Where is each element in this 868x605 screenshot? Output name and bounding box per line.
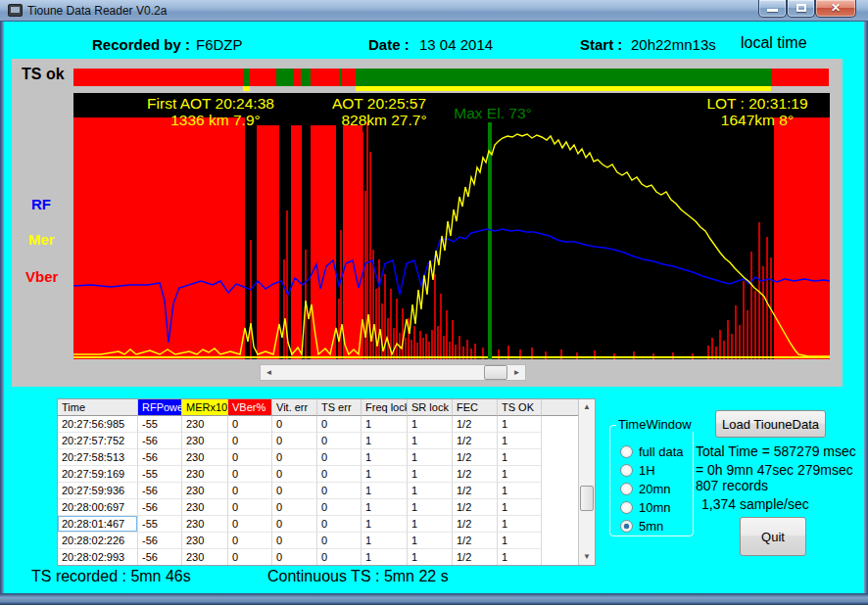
table-cell[interactable]: 0 — [317, 433, 362, 449]
minimize-button[interactable] — [758, 0, 787, 18]
column-header[interactable]: TS err — [317, 399, 362, 416]
table-cell[interactable]: 1 — [408, 466, 453, 483]
table-cell[interactable]: -56 — [138, 549, 182, 565]
vscroll-thumb[interactable] — [580, 486, 594, 511]
table-cell[interactable]: 1/2 — [453, 433, 498, 449]
signal-chart[interactable]: First AOT 20:24:381336 km 7.9°AOT 20:25:… — [73, 93, 830, 359]
table-cell[interactable]: -56 — [138, 533, 182, 549]
table-cell[interactable]: 0 — [317, 533, 362, 549]
table-cell[interactable]: 1/2 — [453, 516, 498, 533]
radio-icon[interactable] — [620, 445, 633, 458]
table-cell[interactable]: -55 — [138, 466, 182, 483]
column-header[interactable]: Freq lock — [362, 399, 408, 416]
table-cell[interactable]: 230 — [182, 416, 228, 433]
table-cell[interactable]: 20:27:57:752 — [58, 433, 138, 449]
table-cell[interactable]: 1 — [362, 449, 408, 466]
table-cell[interactable]: 0 — [228, 483, 272, 499]
table-cell[interactable]: 20:27:56:985 — [58, 416, 138, 433]
table-cell[interactable]: 1/2 — [453, 533, 498, 549]
column-header[interactable]: Vit. err — [272, 399, 317, 416]
table-cell[interactable]: 0 — [272, 483, 317, 499]
table-cell[interactable]: 1/2 — [453, 449, 498, 466]
scroll-left-icon[interactable]: ◄ — [261, 365, 277, 380]
table-cell[interactable]: 0 — [228, 416, 272, 433]
column-header[interactable]: MERx10 — [182, 399, 228, 416]
table-cell[interactable]: 0 — [228, 533, 272, 549]
table-cell[interactable]: 230 — [182, 533, 228, 549]
table-cell[interactable]: 0 — [272, 499, 317, 516]
radio-selected-icon[interactable] — [620, 520, 633, 533]
table-cell[interactable]: 0 — [317, 416, 362, 433]
table-cell[interactable]: 1 — [498, 466, 542, 483]
column-header[interactable]: VBer% — [228, 399, 272, 416]
table-cell[interactable]: 1 — [362, 533, 408, 549]
table-cell[interactable]: 1 — [498, 433, 542, 449]
table-cell[interactable]: 1 — [498, 449, 542, 466]
table-cell[interactable]: -56 — [138, 483, 182, 499]
hscroll-thumb[interactable] — [484, 365, 507, 380]
scroll-down-icon[interactable]: ▼ — [579, 549, 595, 565]
table-cell[interactable]: 1 — [362, 549, 408, 565]
table-cell[interactable]: 230 — [182, 483, 228, 499]
table-cell[interactable]: 1 — [408, 549, 453, 565]
table-cell[interactable]: -55 — [138, 416, 182, 433]
table-cell[interactable]: 0 — [272, 516, 317, 533]
time-window-option-1H[interactable]: 1H — [620, 462, 655, 478]
table-cell[interactable]: 1 — [498, 549, 542, 565]
radio-icon[interactable] — [620, 464, 633, 477]
table-cell[interactable]: 1 — [362, 499, 408, 516]
radio-icon[interactable] — [620, 483, 633, 495]
table-cell[interactable]: 1 — [408, 533, 453, 549]
table-cell[interactable]: 0 — [272, 433, 317, 449]
table-cell[interactable]: 0 — [272, 449, 317, 466]
table-cell[interactable]: 0 — [272, 549, 317, 565]
column-header[interactable]: SR lock — [408, 399, 453, 416]
table-cell[interactable]: 1 — [498, 416, 542, 433]
column-header[interactable]: Time — [58, 399, 138, 416]
table-cell[interactable]: 1 — [408, 483, 453, 499]
table-cell[interactable]: 230 — [182, 549, 228, 565]
table-cell[interactable]: 1/2 — [453, 483, 498, 499]
table-cell[interactable]: 0 — [228, 433, 272, 449]
table-cell[interactable]: 20:27:58:513 — [58, 449, 138, 466]
table-cell[interactable]: 20:28:02:226 — [58, 533, 138, 549]
table-cell[interactable]: 20:28:02:993 — [58, 549, 138, 565]
scroll-up-icon[interactable]: ▲ — [579, 399, 595, 415]
table-cell[interactable]: 0 — [228, 516, 272, 533]
table-cell[interactable]: 0 — [228, 466, 272, 483]
table-cell[interactable]: -56 — [138, 499, 182, 516]
table-cell[interactable]: 1 — [408, 433, 453, 449]
table-cell[interactable]: 0 — [317, 483, 362, 499]
table-cell[interactable]: 230 — [182, 466, 228, 483]
table-cell[interactable]: 1 — [408, 416, 453, 433]
table-cell[interactable]: 1 — [362, 516, 408, 533]
table-cell[interactable]: 0 — [272, 533, 317, 549]
table-cell[interactable]: 20:27:59:936 — [58, 483, 138, 499]
table-cell[interactable]: 1 — [408, 516, 453, 533]
chart-horizontal-scrollbar[interactable]: ◄ ► — [260, 364, 526, 381]
table-cell[interactable]: 230 — [182, 516, 228, 533]
table-cell[interactable]: 0 — [317, 466, 362, 483]
table-cell[interactable]: 0 — [228, 549, 272, 565]
table-cell[interactable]: 1 — [362, 433, 408, 449]
time-window-option-full-data[interactable]: full data — [620, 443, 684, 459]
table-cell[interactable]: 1 — [362, 466, 408, 483]
time-window-option-5mn[interactable]: 5mn — [620, 518, 663, 534]
table-cell[interactable]: 1 — [362, 483, 408, 499]
table-cell[interactable]: 230 — [182, 449, 228, 466]
table-cell[interactable]: 1 — [362, 416, 408, 433]
table-cell[interactable]: 0 — [317, 449, 362, 466]
time-window-option-10mn[interactable]: 10mn — [620, 499, 671, 515]
table-cell[interactable]: 20:28:01:467 — [58, 516, 138, 533]
table-cell[interactable]: -56 — [138, 433, 182, 449]
table-cell[interactable]: 1/2 — [453, 549, 498, 565]
table-cell[interactable]: 1/2 — [453, 499, 498, 516]
table-cell[interactable]: 1 — [498, 483, 542, 499]
table-cell[interactable]: -55 — [138, 516, 182, 533]
table-cell[interactable]: 0 — [228, 499, 272, 516]
table-cell[interactable]: 0 — [272, 466, 317, 483]
table-cell[interactable]: 1 — [498, 516, 542, 533]
radio-icon[interactable] — [620, 501, 633, 514]
quit-button[interactable]: Quit — [740, 517, 806, 556]
table-cell[interactable]: 1/2 — [453, 416, 498, 433]
